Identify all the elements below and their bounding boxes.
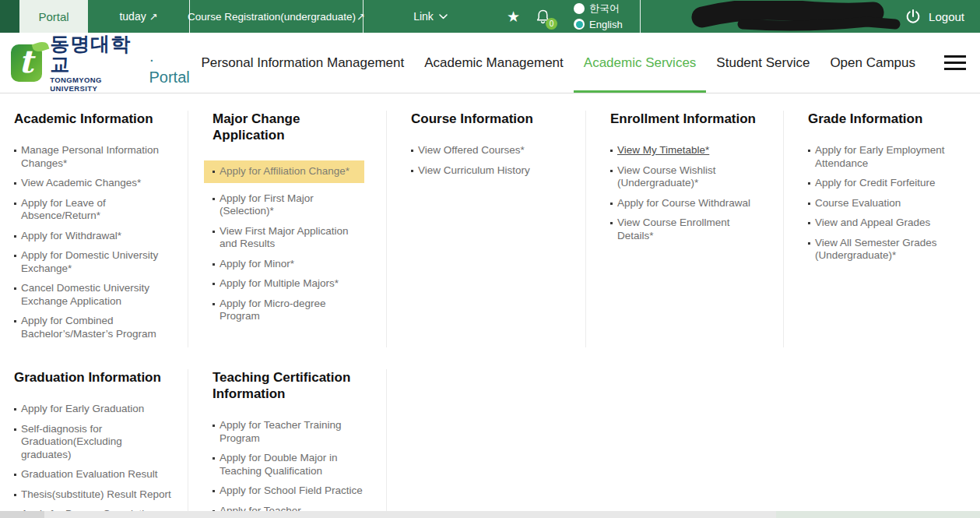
university-name-english: TONGMYONG UNIVERSITY [50, 76, 135, 93]
menu-item[interactable]: View Offered Courses* [411, 144, 564, 157]
menu-item[interactable]: Apply for Withdrawal* [14, 230, 172, 243]
menu-item[interactable]: View Course Enrollment Details* [610, 217, 761, 242]
menu-item-highlighted[interactable]: Apply for Affiliation Change* [204, 160, 364, 183]
university-logo-icon: t [11, 44, 42, 82]
menu-column-title: Course Information [411, 111, 564, 127]
university-logo[interactable]: t 동명대학교 TONGMYONG UNIVERSITY · Portal [11, 33, 191, 93]
topbar-divider [640, 0, 641, 33]
menu-item[interactable]: Apply for Teacher Training Program [213, 419, 364, 445]
menu-column-title: Major Change Application [213, 111, 364, 143]
chevron-down-icon [439, 14, 448, 19]
redacted-username [688, 1, 911, 33]
hamburger-menu-icon[interactable] [944, 55, 966, 70]
university-name-korean: 동명대학교 [50, 33, 135, 74]
language-korean-label: 한국어 [589, 2, 620, 16]
menu-column-grade-information: Grade Information Apply for Early Employ… [784, 111, 980, 347]
language-english-label: English [589, 19, 623, 30]
language-switcher: 한국어 English [574, 0, 623, 33]
academic-services-mega-menu: Academic Information Manage Personal Inf… [0, 93, 980, 511]
topbar-left-edge [0, 0, 19, 33]
menu-item[interactable]: Graduation Evaluation Result [14, 468, 172, 481]
university-logo-text: 동명대학교 TONGMYONG UNIVERSITY [50, 33, 135, 93]
menu-item[interactable]: View Curriculum History [411, 164, 564, 178]
nav-academic-services[interactable]: Academic Services [574, 33, 707, 93]
menu-item[interactable]: Thesis(substitute) Result Report [14, 488, 172, 502]
menu-column-academic-information: Academic Information Manage Personal Inf… [0, 111, 188, 347]
menu-item[interactable]: View All Semester Grades (Undergraduate)… [808, 237, 958, 263]
course-registration-label: Course Registration(undergraduate) [188, 11, 356, 23]
menu-item[interactable]: Apply for Credit Forfeiture [808, 177, 958, 190]
menu-item[interactable]: Apply for Early Employment Attendance [808, 144, 958, 170]
bottom-strip-segment [44, 511, 776, 518]
power-icon [904, 8, 922, 25]
link-dropdown[interactable]: Link [364, 0, 497, 33]
portal-tab[interactable]: Portal [19, 0, 88, 33]
course-registration-link[interactable]: Course Registration(undergraduate) ↗ [190, 0, 363, 33]
menu-item[interactable]: Apply for Double Major in Teaching Quali… [213, 452, 364, 477]
menu-item[interactable]: Apply for Multiple Majors* [213, 277, 364, 291]
menu-item[interactable]: Apply for Leave of Absence/Return* [14, 197, 172, 223]
portal-tab-label: Portal [38, 10, 68, 23]
menu-item[interactable]: View Course Wishlist (Undergraduate)* [610, 164, 761, 190]
favorites-star-icon[interactable]: ★ [507, 0, 520, 33]
menu-item[interactable]: Course Evaluation [808, 197, 958, 210]
language-option-english[interactable]: English [574, 17, 623, 32]
menu-column-course-information: Course Information View Offered Courses*… [387, 111, 586, 347]
menu-item[interactable]: Apply for School Field Practice [213, 485, 364, 498]
menu-item-hovered[interactable]: View My Timetable* [610, 144, 761, 157]
menu-item[interactable]: Apply for Minor* [213, 258, 364, 271]
menu-item[interactable]: Apply for Teacher Aptitude/Personality T… [213, 505, 364, 512]
menu-item[interactable]: Self-diagnosis for Graduation(Excluding … [14, 423, 172, 462]
menu-column-title: Grade Information [808, 111, 958, 127]
menu-item[interactable]: Apply for Early Graduation [14, 403, 172, 416]
external-link-icon: ↗ [149, 11, 158, 23]
menu-item[interactable]: View Academic Changes* [14, 177, 172, 190]
page-bottom-strip [0, 511, 980, 518]
menu-item[interactable]: Apply for Micro-degree Program [213, 298, 364, 323]
menu-item[interactable]: Manage Personal Information Changes* [14, 144, 172, 170]
radio-unselected-icon [574, 3, 585, 14]
nav-personal-information-management[interactable]: Personal Information Management [191, 33, 414, 93]
tuday-label: tuday [119, 10, 146, 23]
radio-selected-icon [574, 19, 585, 30]
menu-column-graduation-information: Graduation Information Apply for Early G… [0, 369, 188, 511]
notification-count-badge: 0 [546, 18, 557, 30]
menu-item[interactable]: Apply for Combined Bachelor’s/Master’s P… [14, 315, 172, 340]
menu-column-title: Graduation Information [14, 369, 172, 386]
language-option-korean[interactable]: 한국어 [574, 2, 623, 16]
logout-button[interactable]: Logout [904, 0, 980, 33]
menu-item[interactable]: View and Appeal Grades [808, 217, 958, 230]
nav-open-campus[interactable]: Open Campus [820, 33, 926, 93]
link-dropdown-label: Link [413, 10, 434, 23]
menu-item[interactable]: Cancel Domestic University Exchange Appl… [14, 282, 172, 308]
menu-column-teaching-certification-information: Teaching Certification Information Apply… [188, 369, 387, 511]
portal-suffix-label: · Portal [149, 51, 191, 86]
menu-item[interactable]: Apply for First Major (Selection)* [213, 192, 364, 218]
menu-column-title: Teaching Certification Information [213, 369, 364, 402]
bottom-strip-segment [776, 511, 980, 518]
tuday-link[interactable]: tuday ↗ [88, 0, 189, 33]
menu-column-enrollment-information: Enrollment Information View My Timetable… [586, 111, 784, 347]
nav-student-service[interactable]: Student Service [706, 33, 820, 93]
main-navigation: Personal Information Management Academic… [191, 33, 926, 93]
nav-academic-management[interactable]: Academic Management [414, 33, 574, 93]
menu-item[interactable]: Apply for Course Withdrawal [610, 197, 761, 210]
menu-column-major-change-application: Major Change Application Apply for Affil… [188, 111, 387, 347]
site-header: t 동명대학교 TONGMYONG UNIVERSITY · Portal Pe… [0, 33, 980, 93]
menu-column-title: Enrollment Information [610, 111, 761, 127]
notification-bell-icon[interactable]: 0 [536, 0, 550, 33]
top-utility-bar: Portal tuday ↗ Course Registration(under… [0, 0, 980, 33]
menu-item[interactable]: Apply for Domestic University Exchange* [14, 249, 172, 275]
bottom-strip-segment [0, 511, 44, 518]
menu-item[interactable]: View First Major Application and Results [213, 225, 364, 251]
logout-label: Logout [929, 10, 964, 23]
menu-column-title: Academic Information [14, 111, 172, 127]
